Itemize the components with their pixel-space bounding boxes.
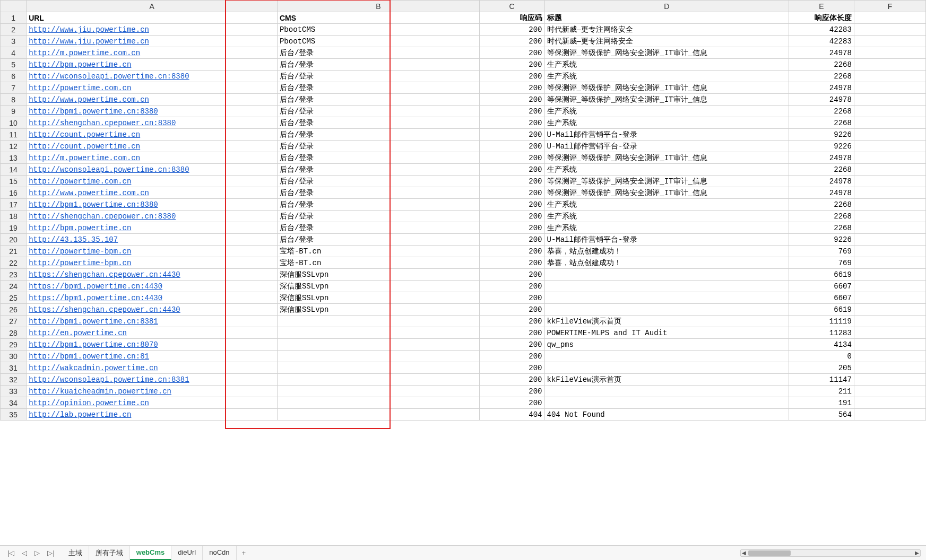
cell-code[interactable]: 200 [479,59,544,71]
cell-url[interactable]: http://wconsoleapi.powertime.cn:8380 [27,164,278,176]
cell-len[interactable]: 9226 [789,234,854,246]
cell-empty[interactable] [854,82,925,94]
cell-len[interactable]: 2268 [789,211,854,222]
cell-len[interactable]: 11283 [789,327,854,339]
cell-cms[interactable]: 后台/登录 [277,71,479,82]
cell-empty[interactable] [854,374,925,386]
cell-title[interactable]: U-Mail邮件营销平台-登录 [544,141,789,152]
row-header[interactable]: 21 [1,246,27,257]
row-header[interactable]: 14 [1,164,27,176]
nav-first-icon[interactable]: |◁ [5,548,16,558]
cell-len[interactable]: 6607 [789,281,854,292]
col-header-F[interactable]: F [854,1,925,12]
col-header-D[interactable]: D [544,1,789,12]
cell-len[interactable]: 4134 [789,339,854,351]
cell-url[interactable]: http://bpm.powertime.cn [27,222,278,234]
cell-len[interactable]: 24978 [789,187,854,199]
cell-url[interactable]: https://shengchan.cpepower.cn:4430 [27,269,278,281]
cell-url[interactable]: http://wconsoleapi.powertime.cn:8381 [27,374,278,386]
cell-code[interactable]: 200 [479,351,544,362]
cell-title[interactable]: 生产系统 [544,71,789,82]
row-header[interactable]: 11 [1,129,27,141]
cell-code[interactable]: 200 [479,281,544,292]
cell-cms[interactable] [277,397,479,409]
row-header[interactable]: 26 [1,304,27,316]
cell-url[interactable]: http://bpm1.powertime.cn:8380 [27,199,278,211]
cell-len[interactable]: 2268 [789,222,854,234]
cell-len[interactable]: 42283 [789,24,854,36]
cell-cms[interactable]: 后台/登录 [277,199,479,211]
cell-code[interactable]: 200 [479,269,544,281]
cell-empty[interactable] [854,164,925,176]
cell-cms[interactable] [277,339,479,351]
cell-title[interactable]: kkFileView演示首页 [544,316,789,327]
cell-cms[interactable] [277,386,479,397]
scroll-right-icon[interactable]: ▶ [914,550,920,556]
cell-url[interactable]: http://powertime-bpm.cn [27,246,278,257]
cell-title[interactable]: 404 Not Found [544,409,789,421]
row-header[interactable]: 7 [1,82,27,94]
cell-empty[interactable] [854,316,925,327]
cell-len[interactable]: 2268 [789,117,854,129]
cell-cms[interactable]: 后台/登录 [277,82,479,94]
row-header[interactable]: 17 [1,199,27,211]
cell-cms[interactable]: 后台/登录 [277,141,479,152]
cell-url[interactable]: http://wconsoleapi.powertime.cn:8380 [27,71,278,82]
cell-code[interactable]: 404 [479,409,544,421]
row-header[interactable]: 9 [1,106,27,117]
cell-url[interactable]: https://shengchan.cpepower.cn:4430 [27,304,278,316]
cell-empty[interactable] [854,362,925,374]
row-header[interactable]: 34 [1,397,27,409]
row-header[interactable]: 15 [1,176,27,187]
cell-cms[interactable] [277,351,479,362]
cell-code[interactable]: 200 [479,292,544,304]
cell-empty[interactable] [854,397,925,409]
cell-title[interactable]: 生产系统 [544,222,789,234]
cell-empty[interactable] [854,129,925,141]
cell-title[interactable]: kkFileView演示首页 [544,374,789,386]
cell-len[interactable]: 6607 [789,292,854,304]
cell-url[interactable]: http://www.jiu.powertime.cn [27,36,278,47]
nav-prev-icon[interactable]: ◁ [20,548,29,558]
cell-len[interactable]: 24978 [789,82,854,94]
cell-title[interactable] [544,362,789,374]
row-header[interactable]: 5 [1,59,27,71]
cell-code[interactable]: 200 [479,327,544,339]
cell-url[interactable]: http://bpm1.powertime.cn:8381 [27,316,278,327]
cell-empty[interactable] [854,339,925,351]
cell-cms[interactable]: PbootCMS [277,36,479,47]
cell-code[interactable]: 200 [479,386,544,397]
cell-code[interactable]: 200 [479,164,544,176]
cell-url[interactable]: http://www.jiu.powertime.cn [27,24,278,36]
cell-len[interactable]: 42283 [789,36,854,47]
nav-next-icon[interactable]: ▷ [32,548,42,558]
nav-last-icon[interactable]: ▷| [45,548,56,558]
cell-title[interactable]: 生产系统 [544,106,789,117]
row-header[interactable]: 32 [1,374,27,386]
row-header[interactable]: 12 [1,141,27,152]
cell-code[interactable]: 200 [479,397,544,409]
cell-cms[interactable]: 宝塔-BT.cn [277,246,479,257]
cell-title[interactable]: 恭喜，站点创建成功！ [544,257,789,269]
cell-code[interactable]: 200 [479,316,544,327]
cell-code[interactable]: 200 [479,199,544,211]
row-header[interactable]: 23 [1,269,27,281]
cell-code[interactable]: 200 [479,47,544,59]
add-sheet-button[interactable]: + [237,547,252,559]
cell-code[interactable]: 200 [479,117,544,129]
cell-url[interactable]: http://43.135.35.107 [27,234,278,246]
cell-url[interactable]: http://powertime-bpm.cn [27,257,278,269]
cell-url[interactable]: https://bpm1.powertime.cn:4430 [27,281,278,292]
cell-title[interactable]: 等保测评_等级保护_网络安全测评_IT审计_信息 [544,176,789,187]
cell-len[interactable]: 191 [789,397,854,409]
cell-code[interactable]: 200 [479,234,544,246]
cell-url[interactable]: http://shengchan.cpepower.cn:8380 [27,117,278,129]
cell-code[interactable]: 200 [479,211,544,222]
cell-title[interactable]: 生产系统 [544,59,789,71]
cell-code[interactable]: 200 [479,71,544,82]
cell-code[interactable]: 200 [479,24,544,36]
cell-cms[interactable]: 后台/登录 [277,211,479,222]
cell-len[interactable]: 2268 [789,199,854,211]
cell-cms[interactable] [277,316,479,327]
horizontal-scrollbar[interactable]: ◀ ▶ [740,549,921,557]
